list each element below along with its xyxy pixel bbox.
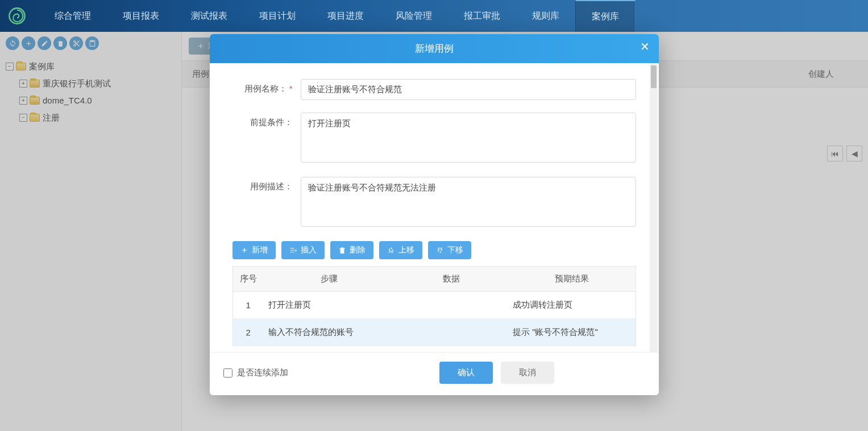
- step-delete-label: 删除: [350, 245, 366, 255]
- logo: [7, 6, 27, 26]
- table-row[interactable]: 1 打开注册页 成功调转注册页: [232, 292, 636, 319]
- step-movedown-button[interactable]: 下移: [428, 241, 471, 259]
- modal: 新增用例 ✕ 用例名称：* 前提条件： 打开注册页 用例描述：: [210, 34, 659, 395]
- step-table: 序号 步骤 数据 预期结果 1 打开注册页 成功调转注册页 2: [232, 266, 636, 346]
- precond-label: 前提条件：: [232, 113, 301, 164]
- cell-expect: 提示 "账号不符合规范": [508, 319, 636, 346]
- step-col-data: 数据: [394, 267, 508, 292]
- nav-item-comprehensive[interactable]: 综合管理: [39, 0, 107, 32]
- nav-item-cases[interactable]: 案例库: [575, 0, 636, 32]
- arrow-down-icon: [436, 246, 444, 254]
- continuous-checkbox[interactable]: [223, 368, 232, 378]
- desc-label: 用例描述：: [232, 177, 301, 229]
- cell-num: 1: [232, 292, 264, 319]
- table-row[interactable]: 2 输入不符合规范的账号 提示 "账号不符合规范": [232, 319, 636, 346]
- step-add-label: 新增: [252, 245, 268, 255]
- form-row-name: 用例名称：*: [232, 79, 636, 100]
- step-col-step: 步骤: [264, 267, 394, 292]
- cell-expect: 成功调转注册页: [508, 292, 636, 319]
- trash-icon: [338, 246, 346, 254]
- cell-num: 2: [232, 319, 264, 346]
- cancel-button[interactable]: 取消: [501, 362, 554, 384]
- arrow-up-icon: [387, 246, 395, 254]
- continuous-label: 是否连续添加: [237, 367, 288, 378]
- precond-input[interactable]: 打开注册页: [301, 113, 636, 163]
- cell-step: 打开注册页: [264, 292, 394, 319]
- scrollbar[interactable]: [650, 63, 658, 352]
- confirm-button[interactable]: 确认: [439, 362, 493, 384]
- top-nav: 综合管理 项目报表 测试报表 项目计划 项目进度 风险管理 报工审批 规则库 案…: [0, 0, 868, 32]
- step-add-button[interactable]: 新增: [232, 241, 276, 259]
- step-moveup-label: 上移: [398, 245, 414, 255]
- scroll-thumb[interactable]: [651, 65, 657, 88]
- nav-item-project-plan[interactable]: 项目计划: [243, 0, 312, 32]
- nav-item-risk[interactable]: 风险管理: [380, 0, 448, 32]
- cell-data: [394, 319, 508, 346]
- required-icon: *: [289, 84, 293, 93]
- name-label: 用例名称：*: [232, 79, 301, 100]
- name-input[interactable]: [301, 79, 636, 100]
- step-movedown-label: 下移: [447, 245, 463, 255]
- form-row-desc: 用例描述： 验证注册账号不合符规范无法注册: [232, 177, 636, 229]
- step-delete-button[interactable]: 删除: [330, 241, 373, 259]
- modal-body: 用例名称：* 前提条件： 打开注册页 用例描述： 验证注册账号不合符规范无法注册: [210, 63, 659, 352]
- plus-icon: [240, 246, 248, 254]
- step-col-num: 序号: [232, 267, 264, 292]
- nav-item-project-progress[interactable]: 项目进度: [312, 0, 380, 32]
- insert-icon: [289, 246, 297, 254]
- modal-header: 新增用例 ✕: [210, 34, 659, 63]
- step-col-expect: 预期结果: [508, 267, 636, 292]
- cell-step: 输入不符合规范的账号: [264, 319, 394, 346]
- step-toolbar: 新增 插入 删除 上移 下移: [232, 241, 636, 259]
- continuous-checkbox-wrap[interactable]: 是否连续添加: [223, 367, 288, 378]
- step-insert-label: 插入: [301, 245, 317, 255]
- step-moveup-button[interactable]: 上移: [379, 241, 422, 259]
- modal-title: 新增用例: [415, 42, 454, 55]
- nav-item-project-report[interactable]: 项目报表: [107, 0, 175, 32]
- cell-data: [394, 292, 508, 319]
- nav-item-work-approve[interactable]: 报工审批: [448, 0, 516, 32]
- close-icon[interactable]: ✕: [640, 41, 650, 52]
- step-insert-button[interactable]: 插入: [281, 241, 325, 259]
- nav-items: 综合管理 项目报表 测试报表 项目计划 项目进度 风险管理 报工审批 规则库 案…: [39, 0, 636, 32]
- nav-item-test-report[interactable]: 测试报表: [175, 0, 243, 32]
- modal-footer: 是否连续添加 确认 取消: [210, 352, 659, 395]
- nav-item-rules[interactable]: 规则库: [516, 0, 575, 32]
- modal-overlay: 新增用例 ✕ 用例名称：* 前提条件： 打开注册页 用例描述：: [0, 32, 868, 431]
- desc-input[interactable]: 验证注册账号不合符规范无法注册: [301, 177, 636, 227]
- form-row-precond: 前提条件： 打开注册页: [232, 113, 636, 164]
